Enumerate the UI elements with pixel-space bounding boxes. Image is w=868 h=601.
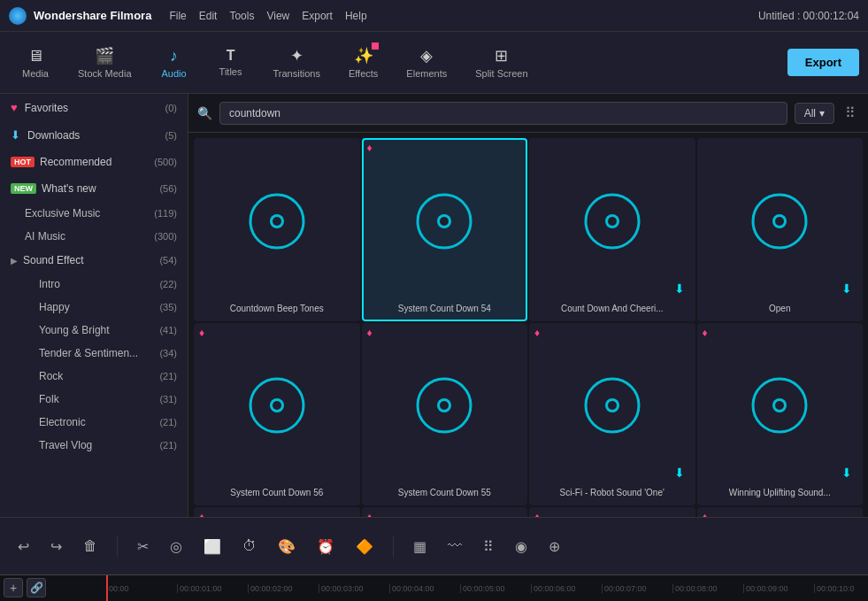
grid-item-countdown-beep[interactable]: Countdown Beep Tones xyxy=(194,138,360,321)
audio-title: System Count Down 56 xyxy=(201,487,353,498)
grid-item-system-count-56[interactable]: ♦System Count Down 56 xyxy=(194,323,360,506)
split-screen-label: Split Screen xyxy=(475,68,527,79)
wave-button[interactable]: 〰 xyxy=(442,535,467,558)
delete-button[interactable]: 🗑 xyxy=(78,535,103,558)
grid-item-open[interactable]: ⬇Open xyxy=(697,138,864,321)
sidebar-item-folk[interactable]: Folk (31) xyxy=(0,388,188,411)
svg-point-20 xyxy=(608,401,617,410)
toolbar-stock-media[interactable]: 🎬 Stock Media xyxy=(65,41,144,84)
menu-export[interactable]: Export xyxy=(302,10,333,22)
search-input[interactable] xyxy=(219,102,787,125)
menu-tools[interactable]: Tools xyxy=(229,10,254,22)
sidebar-item-whats-new[interactable]: NEW What's new (56) xyxy=(0,175,188,202)
speed-button[interactable]: 🔶 xyxy=(350,535,379,559)
split-screen-icon: ⊞ xyxy=(495,46,508,65)
download-icon[interactable]: ⬇ xyxy=(674,281,685,296)
timeline-marks: 00:00 00:00:01:00 00:00:02:00 00:00:03:0… xyxy=(106,584,868,593)
new-badge: NEW xyxy=(11,183,36,194)
toolbar-split-screen[interactable]: ⊞ Split Screen xyxy=(463,41,540,84)
toolbar-elements[interactable]: ◈ Elements xyxy=(394,41,459,84)
app-icon xyxy=(9,7,27,25)
toolbar-media[interactable]: 🖥 Media xyxy=(9,42,62,84)
audio-icon: ♪ xyxy=(170,47,178,65)
main-toolbar: 🖥 Media 🎬 Stock Media ♪ Audio T Titles ✦… xyxy=(0,32,868,94)
window-title: Untitled : 00:00:12:04 xyxy=(758,10,859,22)
menu-help[interactable]: Help xyxy=(345,10,367,22)
color-button[interactable]: 🎨 xyxy=(273,535,301,559)
keyframe-button[interactable]: ⠿ xyxy=(478,535,499,559)
mask-button[interactable]: ⬜ xyxy=(198,535,227,559)
svg-point-2 xyxy=(273,217,281,226)
sidebar-item-young-bright[interactable]: Young & Bright (41) xyxy=(0,319,188,342)
timer-button[interactable]: ⏱ xyxy=(237,535,262,558)
grid-item-system-count-55[interactable]: ♦System Count Down 55 xyxy=(362,323,528,506)
time-mark-5: 00:00:05:00 xyxy=(460,584,531,593)
grid-item-winning-3[interactable]: ♦⬇Winning Uplifting Sound... xyxy=(362,507,528,517)
expand-arrow-icon: ▶ xyxy=(11,256,18,266)
redo-button[interactable]: ↪ xyxy=(45,535,67,559)
sidebar-item-electronic[interactable]: Electronic (21) xyxy=(0,411,188,434)
undo-button[interactable]: ↩ xyxy=(12,535,35,559)
bottom-toolbar: ↩ ↪ 🗑 ✂ ◎ ⬜ ⏱ 🎨 ⏰ 🔶 ▦ 〰 ⠿ ◉ ⊕ xyxy=(0,517,868,574)
grid-item-winning-5[interactable]: ♦⬇Winning Uplifting Sound... xyxy=(697,507,864,517)
audio-thumbnail xyxy=(201,145,353,297)
download-icon[interactable]: ⬇ xyxy=(841,281,852,296)
sidebar-item-downloads[interactable]: ⬇ Downloads (5) xyxy=(0,121,188,149)
filter-all-button[interactable]: All ▾ xyxy=(795,103,834,124)
audio-thumbnail: ⬇ xyxy=(369,514,521,517)
cut-button[interactable]: ✂ xyxy=(132,535,154,559)
toolbar-audio[interactable]: ♪ Audio xyxy=(148,42,201,84)
sidebar-item-favorites[interactable]: ♥ Favorites (0) xyxy=(0,94,188,121)
toolbar-titles[interactable]: T Titles xyxy=(204,42,257,82)
sidebar-item-rock[interactable]: Rock (21) xyxy=(0,365,188,388)
grid-item-winning-2[interactable]: ♦⬇Winning Uplifting Sound... xyxy=(194,507,360,517)
audio-thumbnail: ⬇ xyxy=(704,330,856,482)
menu-view[interactable]: View xyxy=(266,10,289,22)
sidebar-item-travel-vlog[interactable]: Travel Vlog (21) xyxy=(0,434,188,457)
toolbar-transitions[interactable]: ✦ Transitions xyxy=(261,41,333,84)
sidebar-item-happy[interactable]: Happy (35) xyxy=(0,296,188,319)
audio-adjust-button[interactable]: ▦ xyxy=(408,535,432,559)
download-icon[interactable]: ⬇ xyxy=(841,466,852,480)
grid-item-system-count-54[interactable]: ♦System Count Down 54 xyxy=(362,138,528,321)
ai-button[interactable]: ⊕ xyxy=(543,535,565,559)
time-mark-9: 00:00:09:00 xyxy=(743,584,814,593)
transitions-icon: ✦ xyxy=(290,46,303,65)
clock-button[interactable]: ⏰ xyxy=(311,535,340,559)
timeline-add-button[interactable]: + xyxy=(4,578,23,597)
stabilize-button[interactable]: ◉ xyxy=(510,535,533,559)
export-button[interactable]: Export xyxy=(787,49,859,76)
sidebar-item-recommended[interactable]: HOT Recommended (500) xyxy=(0,149,188,175)
time-mark-8: 00:00:08:00 xyxy=(672,584,743,593)
menu-file[interactable]: File xyxy=(169,10,186,22)
audio-title: Winning Uplifting Sound... xyxy=(704,487,856,498)
audio-thumbnail: ⬇ xyxy=(536,145,688,297)
svg-point-14 xyxy=(273,401,281,410)
audio-title: Countdown Beep Tones xyxy=(201,303,353,314)
sidebar-item-sound-effect[interactable]: ▶ Sound Effect (54) xyxy=(0,248,188,273)
time-mark-3: 00:00:03:00 xyxy=(319,584,389,593)
download-icon[interactable]: ⬇ xyxy=(674,466,685,480)
sidebar-item-exclusive-music[interactable]: Exclusive Music (119) xyxy=(0,202,188,225)
timeline-link-button[interactable]: 🔗 xyxy=(27,578,46,597)
sidebar-item-tender[interactable]: Tender & Sentimen... (34) xyxy=(0,342,188,365)
svg-point-23 xyxy=(775,401,784,410)
audio-label: Audio xyxy=(161,68,186,79)
toolbar-effects[interactable]: ✨ Effects xyxy=(336,41,390,84)
menu-bar: File Edit Tools View Export Help xyxy=(169,10,366,22)
sidebar-item-intro[interactable]: Intro (22) xyxy=(0,273,188,296)
grid-item-winning-1[interactable]: ♦⬇Winning Uplifting Sound... xyxy=(697,323,864,506)
grid-item-sci-fi-robot[interactable]: ♦⬇Sci-Fi - Robot Sound 'One' xyxy=(529,323,695,506)
crop-button[interactable]: ◎ xyxy=(165,535,188,559)
menu-edit[interactable]: Edit xyxy=(199,10,218,22)
grid-view-button[interactable]: ⠿ xyxy=(841,101,859,125)
time-mark-6: 00:00:06:00 xyxy=(531,584,602,593)
sidebar-item-ai-music[interactable]: AI Music (300) xyxy=(0,225,188,248)
grid-item-count-down-cheer[interactable]: ⬇Count Down And Cheeri... xyxy=(529,138,695,321)
audio-thumbnail xyxy=(201,330,353,482)
svg-point-11 xyxy=(775,217,784,226)
chevron-down-icon: ▾ xyxy=(819,107,825,119)
heart-icon: ♥ xyxy=(11,101,18,114)
grid-item-winning-4[interactable]: ♦⬇Winning Uplifting Sound... xyxy=(529,507,695,517)
audio-thumbnail: ⬇ xyxy=(536,514,688,517)
